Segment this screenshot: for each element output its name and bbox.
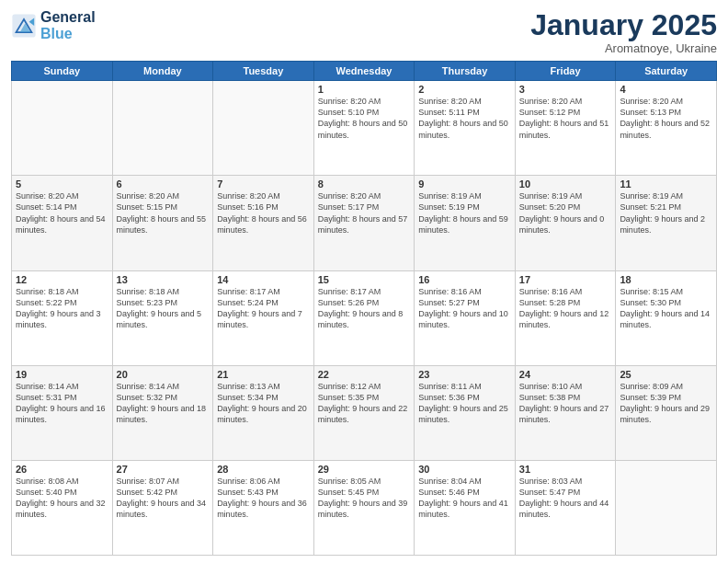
- calendar-week-row: 12 Sunrise: 8:18 AM Sunset: 5:22 PM Dayl…: [12, 270, 717, 365]
- logo-icon: [11, 13, 37, 39]
- day-info: Sunrise: 8:12 AM Sunset: 5:35 PM Dayligh…: [318, 381, 411, 426]
- calendar-cell: 2 Sunrise: 8:20 AM Sunset: 5:11 PM Dayli…: [415, 81, 516, 176]
- day-info: Sunrise: 8:10 AM Sunset: 5:38 PM Dayligh…: [519, 381, 612, 426]
- day-number: 1: [318, 84, 411, 95]
- daylight-text: Daylight: 9 hours and 32 minutes.: [16, 499, 106, 519]
- day-number: 11: [620, 178, 712, 190]
- sunset-text: Sunset: 5:32 PM: [117, 393, 178, 402]
- sunset-text: Sunset: 5:30 PM: [620, 298, 681, 307]
- day-info: Sunrise: 8:15 AM Sunset: 5:30 PM Dayligh…: [620, 286, 712, 331]
- sunrise-text: Sunrise: 8:18 AM: [16, 287, 79, 296]
- day-number: 12: [16, 274, 108, 285]
- calendar-cell: 3 Sunrise: 8:20 AM Sunset: 5:12 PM Dayli…: [515, 81, 616, 176]
- day-info: Sunrise: 8:14 AM Sunset: 5:32 PM Dayligh…: [117, 381, 210, 426]
- daylight-text: Daylight: 8 hours and 50 minutes.: [318, 119, 408, 139]
- day-number: 6: [117, 178, 210, 190]
- calendar-cell: 31 Sunrise: 8:03 AM Sunset: 5:47 PM Dayl…: [515, 460, 616, 555]
- day-info: Sunrise: 8:06 AM Sunset: 5:43 PM Dayligh…: [217, 476, 310, 521]
- logo: General Blue: [11, 9, 96, 41]
- sunset-text: Sunset: 5:27 PM: [418, 298, 480, 307]
- month-title: January 2025: [530, 9, 717, 41]
- sunset-text: Sunset: 5:38 PM: [519, 393, 581, 402]
- day-number: 16: [418, 274, 511, 285]
- sunrise-text: Sunrise: 8:05 AM: [318, 477, 381, 486]
- sunrise-text: Sunrise: 8:20 AM: [418, 97, 482, 106]
- day-info: Sunrise: 8:16 AM Sunset: 5:27 PM Dayligh…: [418, 286, 511, 331]
- sunrise-text: Sunrise: 8:10 AM: [519, 382, 583, 391]
- calendar-cell: 7 Sunrise: 8:20 AM Sunset: 5:16 PM Dayli…: [213, 176, 314, 270]
- day-number: 21: [217, 369, 310, 380]
- sunrise-text: Sunrise: 8:20 AM: [318, 97, 381, 106]
- calendar-cell: 1 Sunrise: 8:20 AM Sunset: 5:10 PM Dayli…: [313, 81, 415, 176]
- calendar-cell: 21 Sunrise: 8:13 AM Sunset: 5:34 PM Dayl…: [213, 365, 314, 460]
- calendar-cell: 13 Sunrise: 8:18 AM Sunset: 5:23 PM Dayl…: [112, 270, 213, 365]
- sunset-text: Sunset: 5:23 PM: [117, 298, 178, 307]
- sunset-text: Sunset: 5:34 PM: [217, 393, 279, 402]
- daylight-text: Daylight: 9 hours and 39 minutes.: [318, 499, 408, 519]
- daylight-text: Daylight: 9 hours and 34 minutes.: [117, 499, 207, 519]
- calendar-cell: 29 Sunrise: 8:05 AM Sunset: 5:45 PM Dayl…: [313, 460, 415, 555]
- weekday-header: Saturday: [616, 62, 717, 81]
- day-number: 27: [117, 464, 210, 475]
- daylight-text: Daylight: 9 hours and 22 minutes.: [318, 404, 408, 424]
- day-number: 8: [318, 178, 411, 190]
- daylight-text: Daylight: 9 hours and 41 minutes.: [418, 499, 508, 519]
- daylight-text: Daylight: 9 hours and 25 minutes.: [418, 404, 508, 424]
- sunrise-text: Sunrise: 8:09 AM: [620, 382, 683, 391]
- day-info: Sunrise: 8:20 AM Sunset: 5:16 PM Dayligh…: [217, 190, 310, 236]
- sunset-text: Sunset: 5:12 PM: [519, 108, 581, 117]
- day-number: 25: [620, 369, 712, 380]
- sunset-text: Sunset: 5:39 PM: [620, 393, 681, 402]
- day-number: 24: [519, 369, 612, 380]
- daylight-text: Daylight: 8 hours and 55 minutes.: [117, 214, 207, 235]
- sunset-text: Sunset: 5:22 PM: [16, 298, 77, 307]
- daylight-text: Daylight: 8 hours and 56 minutes.: [217, 214, 307, 235]
- calendar-cell: 23 Sunrise: 8:11 AM Sunset: 5:36 PM Dayl…: [415, 365, 516, 460]
- sunset-text: Sunset: 5:16 PM: [217, 202, 279, 212]
- day-info: Sunrise: 8:08 AM Sunset: 5:40 PM Dayligh…: [16, 476, 108, 521]
- day-info: Sunrise: 8:20 AM Sunset: 5:12 PM Dayligh…: [519, 96, 612, 141]
- calendar-cell: 10 Sunrise: 8:19 AM Sunset: 5:20 PM Dayl…: [515, 176, 616, 270]
- calendar-cell: 26 Sunrise: 8:08 AM Sunset: 5:40 PM Dayl…: [12, 460, 113, 555]
- day-info: Sunrise: 8:20 AM Sunset: 5:11 PM Dayligh…: [418, 96, 511, 141]
- day-info: Sunrise: 8:09 AM Sunset: 5:39 PM Dayligh…: [620, 381, 712, 426]
- sunset-text: Sunset: 5:43 PM: [217, 488, 279, 497]
- sunrise-text: Sunrise: 8:20 AM: [117, 191, 180, 201]
- calendar-cell: 30 Sunrise: 8:04 AM Sunset: 5:46 PM Dayl…: [415, 460, 516, 555]
- calendar-cell: 15 Sunrise: 8:17 AM Sunset: 5:26 PM Dayl…: [313, 270, 415, 365]
- sunrise-text: Sunrise: 8:13 AM: [217, 382, 280, 391]
- sunrise-text: Sunrise: 8:15 AM: [620, 287, 683, 296]
- day-number: 20: [117, 369, 210, 380]
- day-info: Sunrise: 8:11 AM Sunset: 5:36 PM Dayligh…: [418, 381, 511, 426]
- day-info: Sunrise: 8:20 AM Sunset: 5:13 PM Dayligh…: [620, 96, 712, 141]
- sunrise-text: Sunrise: 8:16 AM: [519, 287, 583, 296]
- day-info: Sunrise: 8:19 AM Sunset: 5:21 PM Dayligh…: [620, 190, 712, 236]
- daylight-text: Daylight: 9 hours and 27 minutes.: [519, 404, 609, 424]
- sunset-text: Sunset: 5:13 PM: [620, 108, 681, 117]
- daylight-text: Daylight: 9 hours and 20 minutes.: [217, 404, 307, 424]
- calendar-cell: 9 Sunrise: 8:19 AM Sunset: 5:19 PM Dayli…: [415, 176, 516, 270]
- day-number: 26: [16, 464, 108, 475]
- day-number: 5: [16, 178, 108, 190]
- daylight-text: Daylight: 8 hours and 51 minutes.: [519, 119, 609, 139]
- day-number: 15: [318, 274, 411, 285]
- weekday-header: Monday: [112, 62, 213, 81]
- sunset-text: Sunset: 5:20 PM: [519, 202, 581, 212]
- day-number: 29: [318, 464, 411, 475]
- sunrise-text: Sunrise: 8:12 AM: [318, 382, 381, 391]
- day-number: 7: [217, 178, 310, 190]
- calendar-cell: 12 Sunrise: 8:18 AM Sunset: 5:22 PM Dayl…: [12, 270, 113, 365]
- calendar-cell: 20 Sunrise: 8:14 AM Sunset: 5:32 PM Dayl…: [112, 365, 213, 460]
- weekday-header: Tuesday: [213, 62, 314, 81]
- day-info: Sunrise: 8:17 AM Sunset: 5:26 PM Dayligh…: [318, 286, 411, 331]
- sunset-text: Sunset: 5:42 PM: [117, 488, 178, 497]
- sunset-text: Sunset: 5:14 PM: [16, 202, 77, 212]
- daylight-text: Daylight: 8 hours and 59 minutes.: [418, 214, 508, 235]
- daylight-text: Daylight: 9 hours and 44 minutes.: [519, 499, 609, 519]
- sunrise-text: Sunrise: 8:20 AM: [217, 191, 280, 201]
- day-number: 22: [318, 369, 411, 380]
- daylight-text: Daylight: 9 hours and 3 minutes.: [16, 309, 101, 329]
- sunrise-text: Sunrise: 8:20 AM: [519, 97, 583, 106]
- title-section: January 2025 Aromatnoye, Ukraine: [530, 9, 717, 55]
- sunset-text: Sunset: 5:17 PM: [318, 202, 380, 212]
